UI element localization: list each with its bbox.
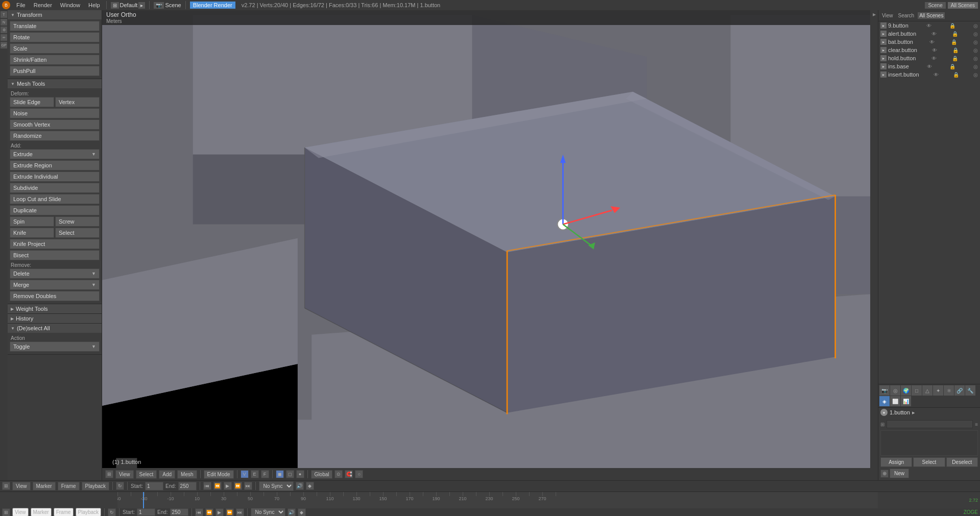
- prop-icon-world[interactable]: 🌍: [901, 385, 911, 396]
- bs-audio[interactable]: 🔊: [288, 508, 296, 517]
- scene-icon[interactable]: ▸: [138, 2, 145, 9]
- rotate-btn[interactable]: Rotate: [10, 32, 100, 42]
- render-icon-7[interactable]: ◎: [973, 64, 978, 69]
- bs-icon[interactable]: ⊞: [2, 508, 10, 517]
- prop-icon-cam[interactable]: 📷: [879, 385, 890, 396]
- bs-end-input[interactable]: [170, 508, 188, 516]
- bs-view-btn[interactable]: View: [12, 508, 29, 516]
- lock-icon-5[interactable]: 🔒: [952, 56, 958, 61]
- extrude-individual-btn[interactable]: Extrude Individual: [10, 171, 100, 182]
- prop-icon-phys[interactable]: ⚛: [944, 385, 954, 396]
- push-pull-btn[interactable]: PushPull: [10, 66, 100, 76]
- eye-icon-4[interactable]: 👁: [932, 47, 937, 53]
- sync-select[interactable]: No Sync: [259, 481, 294, 491]
- randomize-btn[interactable]: Randomize: [10, 131, 100, 141]
- tl-marker-btn[interactable]: Marker: [33, 482, 56, 490]
- search-tab[interactable]: Search: [897, 12, 916, 19]
- toggle-btn[interactable]: Toggle ▼: [10, 341, 100, 352]
- bs-jump-end[interactable]: ⏭: [236, 508, 244, 517]
- deselect-vg-btn[interactable]: Deselect: [946, 457, 978, 467]
- prop-icon-shr[interactable]: 📊: [901, 396, 911, 406]
- tl-view-icon[interactable]: ⊞: [2, 482, 10, 490]
- prop-icon-mod[interactable]: 🔧: [965, 385, 975, 396]
- lock-icon-3[interactable]: 🔒: [951, 39, 957, 45]
- play-icon[interactable]: ▶: [224, 482, 232, 490]
- spin-btn[interactable]: Spin: [10, 216, 54, 227]
- select-btn[interactable]: Select: [55, 228, 100, 238]
- loop-cut-btn[interactable]: Loop Cut and Slide: [10, 194, 100, 204]
- audio-icon[interactable]: 🔊: [296, 482, 304, 490]
- outliner-item-insert[interactable]: ▸ insert.button 👁 🔒 ◎: [878, 70, 980, 79]
- history-header[interactable]: ▶ History: [8, 314, 102, 323]
- bs-play-back[interactable]: ⏪: [205, 508, 213, 517]
- subdivide-btn[interactable]: Subdivide: [10, 183, 100, 193]
- render-icon-5[interactable]: ◎: [973, 47, 978, 53]
- tl-view-btn[interactable]: View: [12, 482, 31, 490]
- select-menu-btn[interactable]: Select: [136, 470, 157, 479]
- outliner-item-clear[interactable]: ▸ clear.button 👁 🔒 ◎: [878, 46, 980, 54]
- vg-search[interactable]: [887, 420, 973, 428]
- prop-icon-const[interactable]: 🔗: [954, 385, 965, 396]
- menu-file[interactable]: File: [14, 2, 28, 8]
- smooth-vertex-btn[interactable]: Smooth Vertex: [10, 119, 100, 130]
- bs-jump-start[interactable]: ⏮: [195, 508, 203, 517]
- right-strip-arrow[interactable]: ▶: [873, 12, 876, 17]
- lock-icon-2[interactable]: 🔒: [952, 31, 958, 37]
- bs-play[interactable]: ▶: [216, 508, 224, 517]
- play-back-icon[interactable]: ⏪: [213, 482, 222, 490]
- tl-end-input[interactable]: [178, 482, 197, 490]
- menu-render[interactable]: Render: [32, 2, 54, 8]
- pivot-icon[interactable]: ⊙: [334, 470, 343, 478]
- merge-btn[interactable]: Merge ▼: [10, 280, 100, 290]
- vertex-mode-icon[interactable]: V: [241, 470, 249, 478]
- left-icon-1[interactable]: T: [1, 11, 7, 18]
- tl-start-input[interactable]: [145, 482, 163, 490]
- scene-picker[interactable]: Scene: [925, 2, 945, 9]
- bisect-btn[interactable]: Bisect: [10, 250, 100, 260]
- vg-sort-icon[interactable]: ⊞: [880, 422, 885, 427]
- outliner-item-hold[interactable]: ▸ hold.button 👁 🔒 ◎: [878, 54, 980, 62]
- tl-playback-btn[interactable]: Playback: [82, 482, 110, 490]
- tl-icon-loop[interactable]: ↻: [116, 482, 124, 490]
- render-icon-2[interactable]: ◎: [973, 23, 978, 29]
- lock-icon-7[interactable]: 🔒: [953, 72, 959, 78]
- all-scenes-tab[interactable]: All Scenes: [918, 12, 945, 19]
- slide-edge-btn[interactable]: Slide Edge: [10, 97, 54, 107]
- weight-tools-header[interactable]: ▶ Weight Tools: [8, 304, 102, 313]
- timeline-main[interactable]: -50-30-101030507090110130150170190210230…: [117, 492, 878, 508]
- vg-filter-icon[interactable]: ≡: [975, 422, 978, 427]
- vertex-btn[interactable]: Vertex: [55, 97, 100, 107]
- delete-btn[interactable]: Delete ▼: [10, 268, 100, 279]
- render-icon[interactable]: ●: [296, 470, 304, 478]
- prop-icon-tex[interactable]: ⬜: [890, 396, 900, 406]
- bs-marker-btn[interactable]: Marker: [31, 508, 52, 516]
- scale-btn[interactable]: Scale: [10, 43, 100, 54]
- keyframe-icon[interactable]: ◆: [306, 482, 314, 490]
- eye-icon-7[interactable]: 👁: [934, 72, 939, 78]
- mode-selector[interactable]: Edit Mode: [204, 470, 234, 479]
- eye-icon-5[interactable]: 👁: [931, 56, 937, 61]
- eye-icon[interactable]: 👁: [926, 23, 931, 29]
- transform-selector[interactable]: Global: [311, 470, 333, 479]
- all-scenes-btn[interactable]: All Scenes: [948, 2, 978, 9]
- snap-icon[interactable]: 🧲: [345, 470, 353, 478]
- bs-play-fwd[interactable]: ⏩: [226, 508, 234, 517]
- eye-icon-3[interactable]: 👁: [929, 39, 935, 45]
- viewport[interactable]: User Ortho Meters: [102, 10, 870, 480]
- view-menu-btn[interactable]: View: [115, 470, 134, 479]
- lock-icon[interactable]: 🔒: [949, 23, 955, 29]
- view-icon[interactable]: ⊞: [105, 470, 113, 478]
- bs-playback-btn[interactable]: Playback: [76, 508, 102, 516]
- add-menu-btn[interactable]: Add: [159, 470, 175, 479]
- outliner-item-alert[interactable]: ▸ alert.button 👁 🔒 ◎: [878, 30, 980, 38]
- extrude-btn[interactable]: Extrude ▼: [10, 149, 100, 159]
- render-icon-8[interactable]: ◎: [973, 72, 978, 78]
- tl-frame-btn[interactable]: Frame: [58, 482, 80, 490]
- prop-icon-mat[interactable]: ◈: [879, 396, 890, 406]
- render-icon-4[interactable]: ◎: [973, 39, 978, 45]
- bs-key[interactable]: ◆: [298, 508, 306, 517]
- assign-btn[interactable]: Assign: [880, 457, 912, 467]
- solid-icon[interactable]: ◼: [276, 470, 284, 478]
- extrude-region-btn[interactable]: Extrude Region: [10, 160, 100, 170]
- lock-icon-4[interactable]: 🔒: [952, 47, 959, 53]
